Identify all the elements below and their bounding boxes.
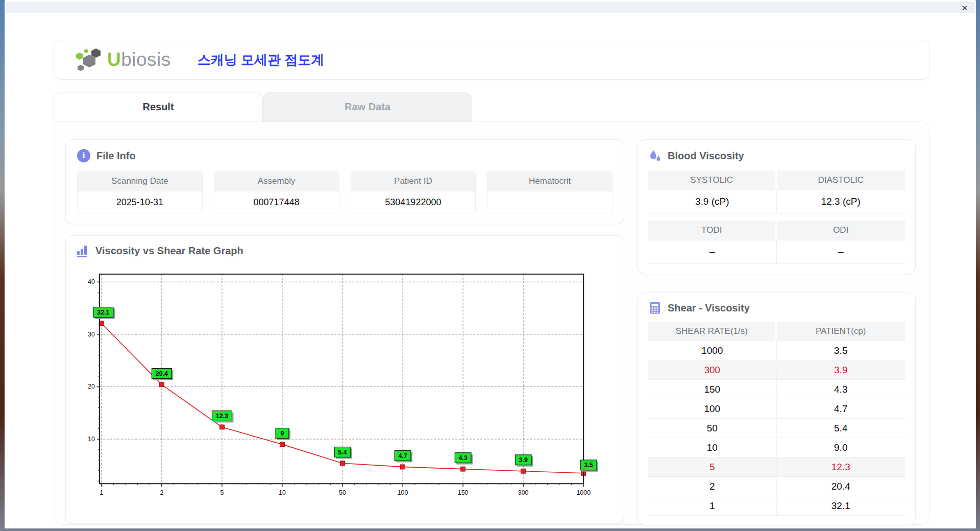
window-titlebar: ✕ bbox=[6, 2, 975, 13]
svg-text:1000: 1000 bbox=[576, 489, 591, 496]
app-window: ✕ Ubiosis 스캐닝 모세관 점도계 Result Raw Data bbox=[5, 0, 976, 528]
graph-title: Viscosity vs Shear Rate Graph bbox=[95, 245, 243, 257]
file-info-field: Scanning Date2025-10-31 bbox=[77, 171, 203, 213]
shear-rate-cell: 10 bbox=[648, 438, 777, 457]
bv-header-row: SYSTOLICDIASTOLIC bbox=[648, 171, 905, 190]
blood-viscosity-title-row: Blood Viscosity bbox=[648, 149, 905, 162]
patient-viscosity-cell: 4.7 bbox=[777, 399, 905, 419]
table-row: 505.4 bbox=[648, 419, 905, 438]
shear-rate-cell: 5 bbox=[648, 457, 777, 477]
field-label: Assembly bbox=[214, 171, 339, 191]
close-icon[interactable]: ✕ bbox=[961, 4, 968, 12]
shear-viscosity-table: SHEAR RATE(1/s)PATIENT(cp)10003.53003.91… bbox=[648, 322, 905, 516]
svg-text:150: 150 bbox=[458, 489, 469, 496]
shear-rate-cell: 150 bbox=[648, 380, 777, 399]
svg-text:5: 5 bbox=[220, 489, 224, 496]
bv-header-row: TODIODI bbox=[648, 221, 905, 240]
tab-result[interactable]: Result bbox=[54, 92, 263, 122]
logo-word-biosis: biosis bbox=[121, 49, 171, 70]
file-info-title-row: i File Info bbox=[77, 149, 612, 162]
svg-text:1: 1 bbox=[100, 489, 103, 496]
svg-text:4.3: 4.3 bbox=[458, 454, 467, 462]
svg-text:5.4: 5.4 bbox=[338, 449, 347, 456]
table-row: 3003.9 bbox=[648, 360, 905, 380]
bv-value-row: –– bbox=[648, 240, 905, 263]
shear-rate-cell: 300 bbox=[648, 360, 777, 380]
svg-text:30: 30 bbox=[88, 331, 95, 338]
shear-header-row: SHEAR RATE(1/s)PATIENT(cp) bbox=[648, 322, 905, 341]
field-label: Patient ID bbox=[351, 171, 476, 191]
patient-viscosity-cell: 9.0 bbox=[777, 438, 905, 457]
app-header: Ubiosis 스캐닝 모세관 점도계 bbox=[54, 40, 930, 80]
bv-value-row: 3.9 (cP)12.3 (cP) bbox=[648, 190, 905, 213]
svg-text:10: 10 bbox=[279, 489, 286, 496]
bv-value: 12.3 (cP) bbox=[777, 190, 905, 213]
table-row: 10003.5 bbox=[648, 341, 905, 360]
svg-text:12.3: 12.3 bbox=[216, 413, 228, 420]
shear-rate-cell: 1 bbox=[648, 496, 777, 516]
svg-text:40: 40 bbox=[88, 278, 95, 285]
field-label: Scanning Date bbox=[78, 171, 202, 191]
shear-viscosity-title: Shear - Viscosity bbox=[668, 302, 750, 314]
patient-viscosity-cell: 32.1 bbox=[777, 496, 905, 516]
bv-value: 3.9 (cP) bbox=[648, 190, 777, 213]
info-icon: i bbox=[77, 149, 90, 162]
file-info-field: Assembly000717448 bbox=[214, 171, 339, 213]
svg-text:3.5: 3.5 bbox=[584, 462, 593, 469]
svg-text:20: 20 bbox=[88, 383, 95, 390]
table-row: 1004.7 bbox=[648, 399, 905, 419]
file-info-fields: Scanning Date2025-10-31Assembly000717448… bbox=[77, 171, 612, 213]
table-row: 132.1 bbox=[648, 496, 905, 516]
patient-viscosity-cell: 20.4 bbox=[777, 477, 905, 496]
droplets-icon bbox=[648, 149, 662, 162]
shear-viscosity-title-row: Shear - Viscosity bbox=[648, 301, 905, 315]
field-value bbox=[487, 191, 612, 213]
right-column: Blood Viscosity SYSTOLICDIASTOLIC3.9 (cP… bbox=[638, 139, 916, 512]
bv-column-header: SYSTOLIC bbox=[648, 171, 777, 190]
svg-text:32.1: 32.1 bbox=[97, 309, 109, 316]
shear-rate-cell: 1000 bbox=[648, 341, 777, 360]
svg-text:4.7: 4.7 bbox=[398, 452, 407, 460]
svg-text:2: 2 bbox=[160, 489, 163, 496]
file-info-field: Hematocrit bbox=[487, 171, 612, 213]
svg-text:300: 300 bbox=[518, 489, 529, 496]
svg-text:50: 50 bbox=[339, 489, 346, 496]
bv-group-gap bbox=[648, 213, 905, 221]
file-info-field: Patient ID53041922000 bbox=[351, 171, 476, 213]
patient-viscosity-cell: 4.3 bbox=[777, 380, 905, 399]
patient-viscosity-cell: 5.4 bbox=[777, 419, 905, 438]
svg-text:100: 100 bbox=[398, 489, 408, 496]
shear-rate-cell: 100 bbox=[648, 399, 777, 419]
blood-viscosity-title: Blood Viscosity bbox=[668, 150, 744, 162]
patient-viscosity-cell: 3.9 bbox=[777, 360, 905, 380]
bv-value: – bbox=[777, 240, 905, 263]
graph-title-row: Viscosity vs Shear Rate Graph bbox=[76, 244, 614, 257]
shear-rate-cell: 2 bbox=[648, 477, 777, 496]
page-title: 스캐닝 모세관 점도계 bbox=[198, 51, 324, 69]
shear-viscosity-card: Shear - Viscosity SHEAR RATE(1/s)PATIENT… bbox=[638, 293, 916, 525]
shear-rate-cell: 50 bbox=[648, 419, 777, 438]
tab-bar: Result Raw Data bbox=[54, 92, 930, 122]
logo-letter-u: U bbox=[107, 49, 121, 70]
svg-text:9: 9 bbox=[281, 430, 284, 437]
field-value: 2025-10-31 bbox=[78, 191, 202, 213]
table-row: 220.4 bbox=[648, 477, 905, 496]
file-info-card: i File Info Scanning Date2025-10-31Assem… bbox=[65, 139, 624, 224]
blood-viscosity-card: Blood Viscosity SYSTOLICDIASTOLIC3.9 (cP… bbox=[638, 139, 916, 274]
tab-raw-data[interactable]: Raw Data bbox=[263, 92, 472, 122]
viscosity-chart: 102030401251050100150300100032.120.412.3… bbox=[76, 261, 612, 517]
logo-hexagons-icon bbox=[75, 47, 104, 72]
graph-card: Viscosity vs Shear Rate Graph 1020304012… bbox=[65, 235, 624, 523]
svg-text:20.4: 20.4 bbox=[156, 370, 168, 377]
shear-column-header: SHEAR RATE(1/s) bbox=[648, 322, 777, 341]
tab-content-panel: i File Info Scanning Date2025-10-31Assem… bbox=[54, 122, 930, 525]
bv-value: – bbox=[648, 240, 777, 263]
blood-viscosity-table: SYSTOLICDIASTOLIC3.9 (cP)12.3 (cP)TODIOD… bbox=[648, 171, 905, 263]
svg-text:10: 10 bbox=[88, 436, 95, 443]
shear-column-header: PATIENT(cp) bbox=[777, 322, 905, 341]
field-value: 53041922000 bbox=[351, 191, 476, 213]
ubiosis-logo: Ubiosis bbox=[75, 47, 171, 72]
page-body: Ubiosis 스캐닝 모세관 점도계 Result Raw Data i Fi… bbox=[5, 13, 976, 525]
calculator-icon bbox=[648, 301, 662, 315]
field-label: Hematocrit bbox=[487, 171, 612, 191]
